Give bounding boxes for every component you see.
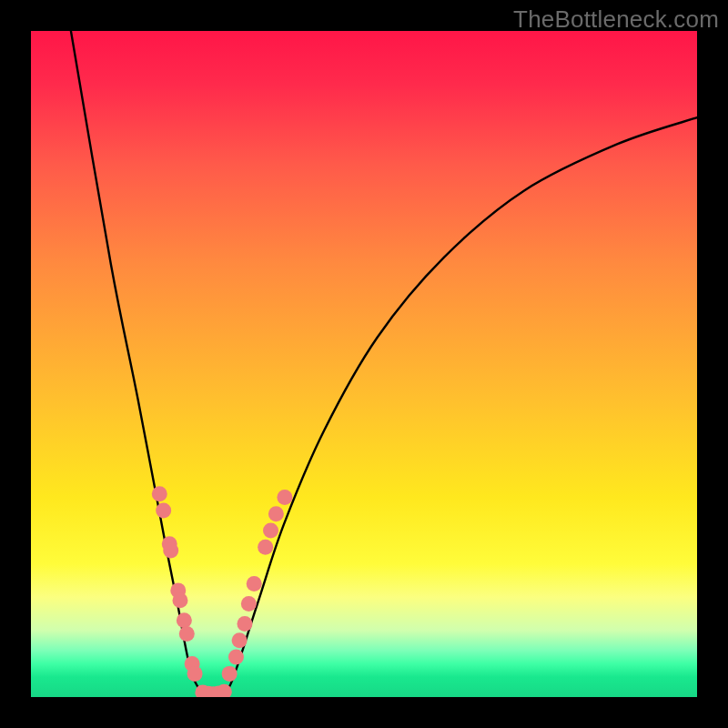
data-dot bbox=[277, 490, 292, 505]
data-dot bbox=[172, 592, 187, 608]
data-dot bbox=[247, 576, 262, 592]
curve-path bbox=[71, 31, 697, 696]
data-dot bbox=[241, 596, 257, 612]
chart-frame: TheBottleneck.com bbox=[0, 0, 728, 728]
data-dot bbox=[187, 666, 203, 682]
data-dot bbox=[228, 650, 244, 665]
data-dot bbox=[179, 626, 195, 642]
scatter-dots bbox=[152, 486, 293, 697]
data-dot bbox=[177, 612, 192, 628]
data-dot bbox=[237, 616, 252, 632]
data-dot bbox=[156, 503, 171, 519]
data-dot bbox=[232, 632, 248, 648]
data-dot bbox=[258, 540, 273, 555]
chart-svg bbox=[31, 31, 697, 697]
data-dot bbox=[268, 506, 284, 521]
data-dot bbox=[263, 523, 278, 539]
data-dot bbox=[222, 666, 238, 682]
data-dot bbox=[163, 542, 178, 558]
watermark-label: TheBottleneck.com bbox=[513, 5, 719, 34]
plot-area bbox=[31, 31, 697, 697]
data-dot bbox=[152, 486, 167, 501]
